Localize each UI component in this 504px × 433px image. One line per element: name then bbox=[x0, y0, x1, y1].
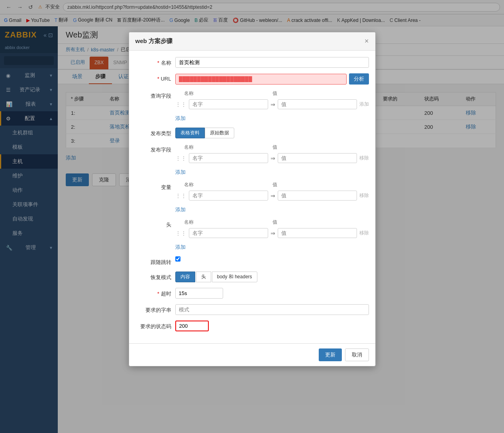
arrow-icon: ⇒ bbox=[271, 101, 275, 108]
post-type-label: 发布类型 bbox=[135, 128, 171, 137]
remove-var-icon[interactable]: 移除 bbox=[359, 192, 369, 199]
arrow-icon: ⇒ bbox=[271, 155, 275, 161]
query-fields-area: 名称 值 ⋮⋮ ⇒ 添加 添加 bbox=[175, 90, 369, 122]
header-fields-area: 名称 值 ⋮⋮ ⇒ 移除 添加 bbox=[175, 219, 369, 251]
query-name-input[interactable] bbox=[189, 99, 268, 109]
modal-cancel-button[interactable]: 取消 bbox=[345, 348, 369, 361]
remove-header-icon[interactable]: 移除 bbox=[359, 230, 369, 236]
var-name-input[interactable] bbox=[189, 191, 268, 201]
form-row-timeout: 超时 bbox=[135, 288, 369, 299]
drag-handle-icon[interactable]: ⋮⋮ bbox=[175, 230, 186, 236]
name-label: 名称 bbox=[135, 57, 171, 67]
header-value-col: 值 bbox=[273, 219, 351, 226]
post-type-raw-btn[interactable]: 原始数据 bbox=[205, 128, 234, 138]
status-code-label: 要求的状态码 bbox=[135, 321, 171, 330]
query-label: 查询字段 bbox=[135, 90, 171, 100]
variable-fields-area: 名称 值 ⋮⋮ ⇒ 移除 添加 bbox=[175, 181, 369, 213]
timeout-input[interactable] bbox=[175, 288, 223, 299]
header-label: 头 bbox=[135, 219, 171, 228]
modal-dialog: web 方案步骤 × 名称 URL 分析 查询字段 bbox=[129, 32, 376, 366]
query-name-col-header: 名称 bbox=[184, 90, 262, 97]
query-value-col-header: 值 bbox=[273, 90, 351, 97]
form-row-variable: 变量 名称 值 ⋮⋮ ⇒ 移除 bbox=[135, 181, 369, 213]
modal-update-button[interactable]: 更新 bbox=[319, 348, 342, 361]
drag-handle-icon[interactable]: ⋮⋮ bbox=[175, 155, 186, 161]
post-name-col-header: 名称 bbox=[184, 144, 262, 151]
form-row-name: 名称 bbox=[135, 57, 369, 68]
retrieve-head-btn[interactable]: 头 bbox=[196, 272, 211, 282]
form-row-retrieve: 恢复模式 内容 头 body 和 headers bbox=[135, 272, 369, 282]
status-code-input[interactable] bbox=[176, 321, 208, 331]
retrieve-content-btn[interactable]: 内容 bbox=[175, 272, 195, 282]
post-value-input[interactable] bbox=[278, 153, 357, 163]
form-row-header: 头 名称 值 ⋮⋮ ⇒ 移除 bbox=[135, 219, 369, 251]
drag-handle-icon[interactable]: ⋮⋮ bbox=[175, 193, 186, 199]
modal-footer: 更新 取消 bbox=[129, 343, 375, 366]
header-value-input[interactable] bbox=[278, 228, 357, 238]
modal-close-button[interactable]: × bbox=[365, 37, 369, 45]
var-name-col: 名称 bbox=[184, 181, 262, 188]
name-input[interactable] bbox=[175, 57, 369, 68]
header-name-input[interactable] bbox=[189, 228, 268, 238]
var-value-input[interactable] bbox=[278, 191, 357, 201]
form-row-url: URL 分析 bbox=[135, 73, 369, 85]
modal-body: 名称 URL 分析 查询字段 名称 值 bbox=[129, 51, 375, 343]
header-field-row: ⋮⋮ ⇒ 移除 bbox=[175, 228, 369, 238]
remove-query-icon[interactable]: 添加 bbox=[359, 101, 369, 108]
add-query-link[interactable]: 添加 bbox=[175, 115, 186, 122]
analyze-button[interactable]: 分析 bbox=[349, 73, 369, 85]
retrieve-button-group: 内容 头 body 和 headers bbox=[175, 272, 257, 282]
form-row-required-string: 要求的字串 bbox=[135, 304, 369, 315]
follow-redirects-label: 跟随跳转 bbox=[135, 256, 171, 266]
post-label: 发布字段 bbox=[135, 144, 171, 154]
post-type-form-btn[interactable]: 表格资料 bbox=[175, 128, 205, 138]
retrieve-label: 恢复模式 bbox=[135, 272, 171, 281]
header-name-col: 名称 bbox=[184, 219, 262, 226]
form-row-status-code: 要求的状态码 bbox=[135, 321, 369, 331]
required-string-label: 要求的字串 bbox=[135, 304, 171, 314]
required-string-input[interactable] bbox=[175, 304, 369, 315]
variable-field-row: ⋮⋮ ⇒ 移除 bbox=[175, 191, 369, 201]
variable-label: 变量 bbox=[135, 181, 171, 191]
post-field-row: ⋮⋮ ⇒ 移除 bbox=[175, 153, 369, 163]
post-name-input[interactable] bbox=[189, 153, 268, 163]
timeout-label: 超时 bbox=[135, 288, 171, 297]
url-input[interactable] bbox=[175, 74, 347, 85]
arrow-icon: ⇒ bbox=[271, 230, 275, 236]
drag-handle-icon[interactable]: ⋮⋮ bbox=[175, 101, 186, 108]
modal-header: web 方案步骤 × bbox=[129, 32, 375, 51]
post-value-col-header: 值 bbox=[273, 144, 351, 151]
add-post-link[interactable]: 添加 bbox=[175, 169, 186, 176]
form-row-query: 查询字段 名称 值 ⋮⋮ ⇒ 添加 bbox=[135, 90, 369, 122]
add-header-link[interactable]: 添加 bbox=[175, 244, 186, 251]
follow-redirects-checkbox-label[interactable] bbox=[175, 256, 180, 262]
arrow-icon: ⇒ bbox=[271, 193, 275, 199]
modal-title: web 方案步骤 bbox=[135, 37, 173, 45]
form-row-post: 发布字段 名称 值 ⋮⋮ ⇒ 移除 bbox=[135, 144, 369, 176]
post-fields-area: 名称 值 ⋮⋮ ⇒ 移除 添加 bbox=[175, 144, 369, 176]
query-field-row: ⋮⋮ ⇒ 添加 bbox=[175, 99, 369, 109]
var-value-col: 值 bbox=[273, 181, 351, 188]
form-row-post-type: 发布类型 表格资料 原始数据 bbox=[135, 128, 369, 138]
post-type-button-group: 表格资料 原始数据 bbox=[175, 128, 234, 138]
follow-redirects-checkbox[interactable] bbox=[175, 256, 180, 262]
modal-overlay: web 方案步骤 × 名称 URL 分析 查询字段 bbox=[0, 0, 504, 433]
form-row-follow-redirects: 跟随跳转 bbox=[135, 256, 369, 266]
remove-post-icon[interactable]: 移除 bbox=[359, 155, 369, 161]
retrieve-body-headers-btn[interactable]: body 和 headers bbox=[212, 272, 257, 282]
url-label: URL bbox=[135, 73, 171, 82]
status-code-input-wrapper bbox=[175, 321, 209, 331]
add-variable-link[interactable]: 添加 bbox=[175, 206, 186, 213]
query-value-input[interactable] bbox=[278, 99, 357, 109]
